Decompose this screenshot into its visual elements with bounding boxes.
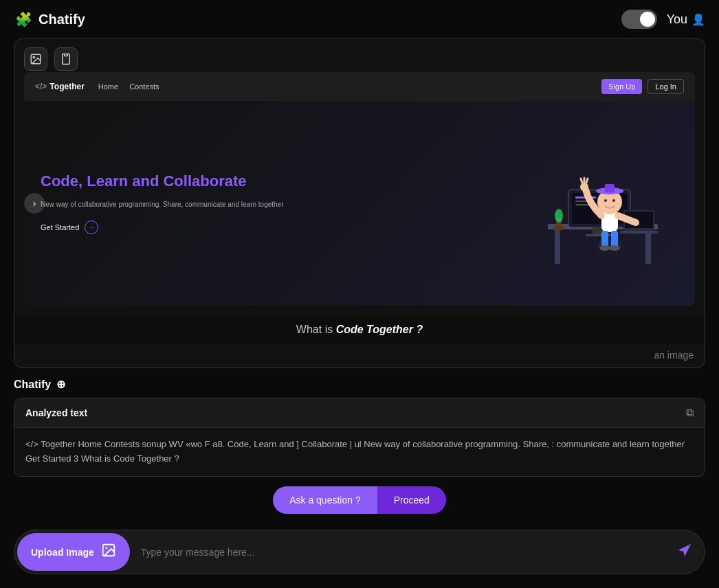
globe-icon: ⊕	[56, 378, 65, 391]
message-input[interactable]	[133, 537, 665, 567]
cta-text: Get Started	[41, 223, 79, 231]
what-is-bold: Code Together ?	[336, 324, 423, 335]
preview-signup-btn[interactable]: Sign Up	[601, 79, 642, 94]
svg-line-33	[586, 179, 588, 183]
analyzed-box: Analyzed text ⧉ </> Together Home Contes…	[14, 398, 705, 477]
logo-icon: 🧩	[14, 10, 33, 29]
theme-toggle[interactable]: ☀	[621, 10, 657, 29]
user-icon: 👤	[692, 13, 705, 26]
user-text: You	[667, 12, 687, 27]
svg-rect-4	[555, 229, 560, 264]
ask-question-button[interactable]: Ask a question ?	[273, 486, 377, 514]
arrow-icon: ›	[33, 198, 36, 209]
svg-point-28	[555, 209, 563, 223]
svg-rect-29	[553, 226, 564, 230]
logo: 🧩 Chatify	[14, 10, 85, 29]
bottom-bar: Upload Image	[14, 530, 705, 574]
card-top-icons	[24, 47, 78, 71]
image-icon-btn[interactable]	[24, 47, 47, 71]
chatify-section: Chatify ⊕ Analyzed text ⧉ </> Together H…	[0, 368, 719, 514]
hero-text: Code, Learn and Collaborate New way of c…	[41, 172, 527, 234]
analyzed-title: Analyzed text	[25, 407, 87, 418]
copy-icon[interactable]: ⧉	[686, 407, 694, 419]
analyzed-content: </> Together Home Contests sonup WV «wo …	[14, 428, 705, 476]
header: 🧩 Chatify ☀ You 👤	[0, 0, 719, 38]
svg-point-22	[612, 199, 615, 202]
svg-point-26	[609, 245, 620, 251]
preview-login-btn[interactable]: Log In	[648, 79, 684, 94]
action-buttons: Ask a question ? Proceed	[14, 486, 705, 514]
card-bottom-label: an image	[14, 344, 705, 368]
hero-illustration	[527, 135, 678, 272]
svg-point-21	[604, 199, 607, 202]
theme-toggle-knob: ☀	[640, 12, 655, 27]
proceed-button[interactable]: Proceed	[377, 486, 446, 514]
upload-image-icon	[101, 543, 116, 561]
svg-point-1	[33, 56, 34, 58]
preview-logo: </> Together	[35, 82, 85, 91]
svg-rect-15	[620, 231, 658, 234]
hero-subtitle: New way of collaborative programming. Sh…	[41, 199, 527, 210]
svg-rect-5	[645, 229, 651, 264]
upload-image-button[interactable]: Upload Image	[17, 533, 130, 571]
user-label: You 👤	[667, 12, 705, 27]
preview-hero: Code, Learn and Collaborate New way of c…	[24, 101, 695, 306]
upload-label: Upload Image	[31, 547, 94, 558]
preview-nav: </> Together Home Contests Sign Up Log I…	[24, 72, 695, 101]
clipboard-icon-btn[interactable]	[54, 47, 78, 71]
chatify-brand: Chatify	[14, 378, 51, 391]
nav-arrow[interactable]: ›	[24, 193, 45, 214]
svg-point-30	[580, 183, 588, 191]
what-is-text: What is	[296, 324, 336, 335]
nav-link-home: Home	[98, 82, 118, 91]
svg-rect-8	[586, 234, 613, 236]
cta-arrow-icon: →	[85, 220, 98, 234]
preview-nav-links: Home Contests	[98, 82, 159, 91]
analyzed-header: Analyzed text ⧉	[14, 398, 705, 428]
svg-rect-2	[65, 54, 68, 56]
hero-cta[interactable]: Get Started →	[41, 220, 527, 234]
nav-link-contests: Contests	[129, 82, 159, 91]
preview-nav-actions: Sign Up Log In	[601, 79, 684, 94]
svg-point-25	[599, 245, 610, 251]
logo-text: Chatify	[38, 12, 85, 27]
send-button[interactable]	[665, 533, 705, 572]
svg-point-35	[105, 547, 107, 549]
preview-logo-name: Together	[49, 82, 84, 91]
image-card: › </> Together Home Contests Sign Up Log…	[14, 38, 705, 368]
hero-title: Code, Learn and Collaborate	[41, 172, 527, 190]
website-preview: </> Together Home Contests Sign Up Log I…	[24, 72, 695, 306]
chatify-label: Chatify ⊕	[14, 378, 705, 391]
svg-rect-20	[605, 184, 615, 192]
svg-line-31	[581, 179, 582, 183]
header-right: ☀ You 👤	[621, 10, 705, 29]
sun-icon: ☀	[643, 14, 652, 25]
send-icon	[677, 543, 692, 562]
what-is-label: What is Code Together ?	[14, 315, 705, 344]
